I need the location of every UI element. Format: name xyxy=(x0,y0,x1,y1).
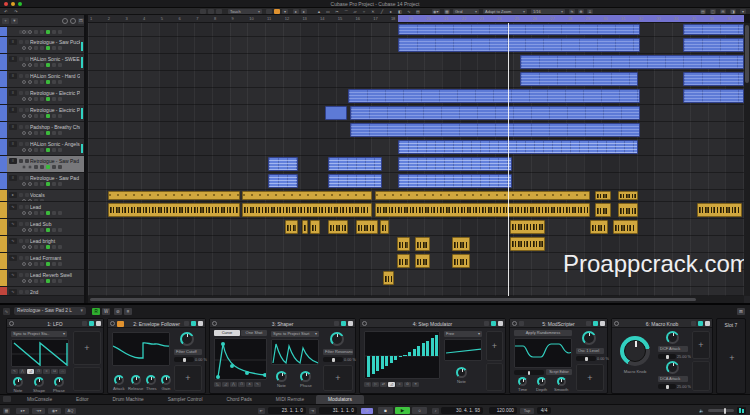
mute-button[interactable] xyxy=(19,222,23,226)
knob-dial[interactable] xyxy=(557,377,566,386)
instrument-track-icon[interactable]: ≡ xyxy=(9,39,17,45)
record-enable-button[interactable] xyxy=(22,80,26,84)
instrument-button[interactable] xyxy=(46,182,50,186)
vertical-scrollbar[interactable] xyxy=(744,23,750,296)
step-ramp-icon[interactable]: ◿ xyxy=(388,382,395,387)
automation-button[interactable] xyxy=(58,131,62,135)
lane-button[interactable] xyxy=(52,148,56,152)
midi-clip[interactable] xyxy=(520,72,638,86)
record-enable-button[interactable] xyxy=(22,131,26,135)
midi-clip[interactable] xyxy=(398,174,512,188)
track-row[interactable]: ≡HALion Sonic - Hard Gr...no xyxy=(0,71,84,88)
instrument-button[interactable] xyxy=(46,165,50,169)
step-pattern-display[interactable] xyxy=(364,331,440,379)
audio-clip[interactable] xyxy=(285,220,298,234)
tab-chord-pads[interactable]: Chord Pads xyxy=(214,395,263,404)
edit-channel-button[interactable] xyxy=(34,245,38,249)
automation-mode-dropdown[interactable]: Touch▾ xyxy=(228,9,262,14)
record-enable-button[interactable] xyxy=(22,245,26,249)
edit-channel-button[interactable] xyxy=(34,262,38,266)
mute-button[interactable] xyxy=(19,239,23,243)
add-track-icon[interactable]: ＋ xyxy=(2,18,9,24)
time-signature-field[interactable]: 4/4 xyxy=(537,407,551,414)
add-modulator-button[interactable]: + xyxy=(721,347,743,369)
lane-button[interactable] xyxy=(52,165,56,169)
instrument-button[interactable] xyxy=(46,211,50,215)
record-enable-button[interactable] xyxy=(22,228,26,232)
automation-button[interactable] xyxy=(58,63,62,67)
edit-channel-button[interactable] xyxy=(34,228,38,232)
automation-button[interactable] xyxy=(58,114,62,118)
instrument-track-icon[interactable]: ≡ xyxy=(9,141,17,147)
track-row[interactable]: ∿Lead xyxy=(0,202,84,219)
stop-button[interactable]: ■ xyxy=(378,407,393,414)
right-zone-toggle-icon[interactable]: ◨ xyxy=(730,9,736,14)
monitor-button[interactable] xyxy=(28,211,32,215)
panel-menu-icon[interactable] xyxy=(484,321,489,326)
knob-dial[interactable] xyxy=(54,377,64,387)
solo-button[interactable] xyxy=(25,125,29,129)
monitor-button[interactable] xyxy=(28,131,32,135)
lane-button[interactable] xyxy=(52,97,56,101)
freeze-button[interactable] xyxy=(40,63,44,67)
step-bar[interactable] xyxy=(435,335,438,356)
mute-button[interactable] xyxy=(19,256,23,260)
record-button[interactable]: ○ xyxy=(412,407,427,414)
midi-clip[interactable] xyxy=(683,38,744,52)
instrument-button[interactable] xyxy=(46,30,50,34)
audio-track-icon[interactable]: ∿ xyxy=(9,289,17,295)
step-bar[interactable] xyxy=(376,356,379,371)
freeze-button[interactable] xyxy=(40,165,44,169)
automation-button[interactable] xyxy=(58,46,62,50)
solo-button[interactable] xyxy=(25,176,29,180)
freeze-button[interactable] xyxy=(40,228,44,232)
track-row[interactable]: ≡Retrologue - Saw Pad 2 R xyxy=(0,173,84,190)
lane-button[interactable] xyxy=(52,279,56,283)
audio-clip[interactable] xyxy=(302,220,308,234)
tab-mixconsole[interactable]: MixConsole xyxy=(15,395,64,404)
panel-menu-icon[interactable] xyxy=(586,321,591,326)
grid-type-dropdown[interactable]: Adapt to Zoom▾ xyxy=(483,9,527,14)
panel-menu-icon[interactable] xyxy=(691,321,696,326)
play-tool-icon[interactable]: ▸ xyxy=(388,9,394,14)
lane-button[interactable] xyxy=(52,262,56,266)
shape-ramp-icon[interactable]: ◺ xyxy=(214,382,221,387)
shape-saw-icon[interactable]: ◿ xyxy=(27,369,34,374)
automation-button[interactable] xyxy=(58,279,62,283)
horizontal-scrollbar[interactable] xyxy=(88,296,744,303)
audio-clip[interactable] xyxy=(310,220,320,234)
macro-slot1-target-dropdown[interactable]: DCF Attack xyxy=(658,346,688,352)
solo-button[interactable] xyxy=(25,74,29,78)
monitor-button[interactable] xyxy=(28,245,32,249)
scripter-target-dropdown[interactable]: Osc 1 Level xyxy=(576,348,604,354)
add-target-button[interactable]: + xyxy=(323,365,353,391)
midi-clip[interactable] xyxy=(683,24,744,35)
edit-channel-button[interactable] xyxy=(34,46,38,50)
audio-clip[interactable] xyxy=(510,220,545,234)
horizontal-scrollbar-thumb[interactable] xyxy=(90,298,696,301)
monitor-button[interactable] xyxy=(28,165,32,169)
knob-dial[interactable] xyxy=(276,371,287,382)
step-reset-icon[interactable]: ⊙ xyxy=(404,382,411,387)
knob-dial[interactable] xyxy=(131,375,141,385)
instrument-track-icon[interactable]: ≡ xyxy=(9,90,17,96)
panel-active-icon[interactable] xyxy=(698,321,703,326)
scripter-depth-knob[interactable]: Depth xyxy=(536,377,547,392)
modscripter-scroll[interactable] xyxy=(514,370,544,375)
tap-tempo-button[interactable]: Tap xyxy=(520,408,534,414)
mute-button[interactable] xyxy=(19,142,23,146)
knob-dial[interactable] xyxy=(146,375,156,385)
record-enable-button[interactable] xyxy=(22,63,26,67)
step-bar[interactable] xyxy=(403,355,406,356)
midi-clip[interactable] xyxy=(398,24,640,35)
record-enable-button[interactable] xyxy=(22,30,26,34)
lane-button[interactable] xyxy=(52,30,56,34)
step-shift-right-icon[interactable]: ▷ xyxy=(372,382,379,387)
env-gain-knob[interactable]: Gain xyxy=(161,375,171,391)
instrument-button[interactable] xyxy=(46,80,50,84)
mute-button[interactable] xyxy=(19,205,23,209)
monitor-button[interactable] xyxy=(28,228,32,232)
automation-button[interactable] xyxy=(58,211,62,215)
track-row[interactable]: ∿Lead Formant xyxy=(0,253,84,270)
freeze-button[interactable] xyxy=(40,80,44,84)
